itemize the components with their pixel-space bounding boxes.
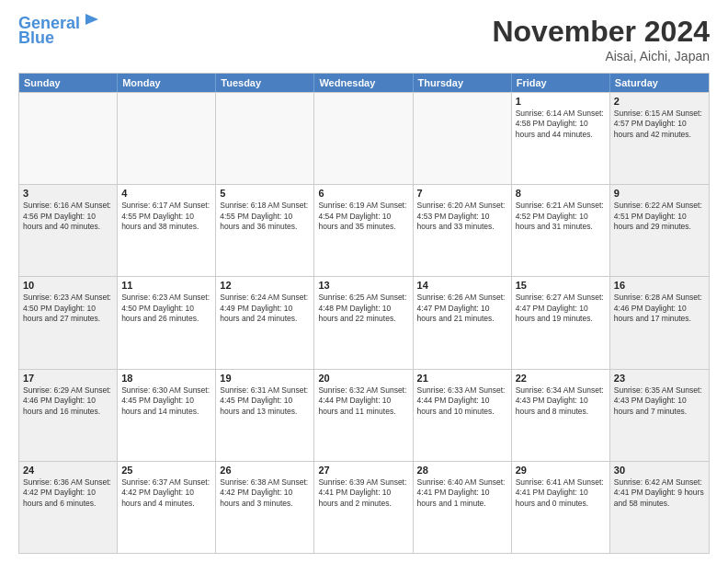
calendar-row: 17Sunrise: 6:29 AM Sunset: 4:46 PM Dayli…	[19, 369, 709, 461]
day-info: Sunrise: 6:17 AM Sunset: 4:55 PM Dayligh…	[121, 201, 211, 232]
day-info: Sunrise: 6:28 AM Sunset: 4:46 PM Dayligh…	[614, 293, 705, 324]
calendar-cell: 28Sunrise: 6:40 AM Sunset: 4:41 PM Dayli…	[414, 462, 512, 553]
day-number: 14	[417, 280, 507, 291]
day-number: 3	[23, 188, 113, 199]
day-number: 13	[318, 280, 408, 291]
day-info: Sunrise: 6:18 AM Sunset: 4:55 PM Dayligh…	[220, 201, 310, 232]
day-number: 10	[23, 280, 113, 291]
month-title: November 2024	[492, 15, 710, 49]
calendar-row: 10Sunrise: 6:23 AM Sunset: 4:50 PM Dayli…	[19, 276, 709, 368]
calendar-cell	[314, 93, 413, 184]
calendar-cell: 10Sunrise: 6:23 AM Sunset: 4:50 PM Dayli…	[19, 277, 118, 368]
calendar-cell: 11Sunrise: 6:23 AM Sunset: 4:50 PM Dayli…	[118, 277, 216, 368]
day-number: 21	[417, 373, 507, 384]
calendar-cell: 15Sunrise: 6:27 AM Sunset: 4:47 PM Dayli…	[512, 277, 610, 368]
calendar-body: 1Sunrise: 6:14 AM Sunset: 4:58 PM Daylig…	[19, 92, 709, 553]
calendar-cell	[118, 93, 216, 184]
day-number: 24	[23, 465, 113, 476]
day-number: 6	[318, 188, 408, 199]
day-info: Sunrise: 6:34 AM Sunset: 4:43 PM Dayligh…	[516, 385, 606, 417]
day-number: 15	[516, 280, 606, 291]
calendar-cell: 27Sunrise: 6:39 AM Sunset: 4:41 PM Dayli…	[314, 462, 413, 553]
location: Aisai, Aichi, Japan	[492, 49, 710, 63]
day-info: Sunrise: 6:21 AM Sunset: 4:52 PM Dayligh…	[516, 201, 606, 232]
weekday-header: Tuesday	[216, 74, 314, 92]
calendar-cell: 26Sunrise: 6:38 AM Sunset: 4:42 PM Dayli…	[216, 462, 314, 553]
day-info: Sunrise: 6:20 AM Sunset: 4:53 PM Dayligh…	[417, 201, 507, 232]
logo-icon	[82, 12, 102, 32]
calendar-cell: 25Sunrise: 6:37 AM Sunset: 4:42 PM Dayli…	[118, 462, 216, 553]
calendar-cell: 21Sunrise: 6:33 AM Sunset: 4:44 PM Dayli…	[414, 370, 512, 461]
calendar-cell: 9Sunrise: 6:22 AM Sunset: 4:51 PM Daylig…	[610, 185, 709, 276]
title-block: November 2024 Aisai, Aichi, Japan	[492, 15, 710, 63]
day-info: Sunrise: 6:15 AM Sunset: 4:57 PM Dayligh…	[614, 109, 705, 140]
day-number: 9	[614, 188, 705, 199]
weekday-header: Friday	[512, 74, 610, 92]
day-info: Sunrise: 6:39 AM Sunset: 4:41 PM Dayligh…	[318, 477, 408, 509]
weekday-header: Saturday	[610, 74, 709, 92]
day-number: 25	[121, 465, 211, 476]
day-number: 29	[516, 465, 606, 476]
calendar-cell: 12Sunrise: 6:24 AM Sunset: 4:49 PM Dayli…	[216, 277, 314, 368]
day-info: Sunrise: 6:36 AM Sunset: 4:42 PM Dayligh…	[23, 477, 113, 509]
calendar-cell: 3Sunrise: 6:16 AM Sunset: 4:56 PM Daylig…	[19, 185, 118, 276]
calendar-cell: 14Sunrise: 6:26 AM Sunset: 4:47 PM Dayli…	[414, 277, 512, 368]
day-info: Sunrise: 6:23 AM Sunset: 4:50 PM Dayligh…	[23, 293, 113, 324]
calendar-cell: 20Sunrise: 6:32 AM Sunset: 4:44 PM Dayli…	[314, 370, 413, 461]
calendar-cell: 6Sunrise: 6:19 AM Sunset: 4:54 PM Daylig…	[314, 185, 413, 276]
calendar-cell: 2Sunrise: 6:15 AM Sunset: 4:57 PM Daylig…	[610, 93, 709, 184]
day-info: Sunrise: 6:14 AM Sunset: 4:58 PM Dayligh…	[516, 109, 606, 140]
calendar-cell: 13Sunrise: 6:25 AM Sunset: 4:48 PM Dayli…	[314, 277, 413, 368]
calendar-row: 1Sunrise: 6:14 AM Sunset: 4:58 PM Daylig…	[19, 92, 709, 184]
day-number: 16	[614, 280, 705, 291]
day-info: Sunrise: 6:33 AM Sunset: 4:44 PM Dayligh…	[417, 385, 507, 417]
day-info: Sunrise: 6:31 AM Sunset: 4:45 PM Dayligh…	[220, 385, 310, 417]
weekday-header: Sunday	[19, 74, 118, 92]
calendar-cell: 18Sunrise: 6:30 AM Sunset: 4:45 PM Dayli…	[118, 370, 216, 461]
header: General Blue November 2024 Aisai, Aichi,…	[18, 15, 710, 63]
calendar-cell: 24Sunrise: 6:36 AM Sunset: 4:42 PM Dayli…	[19, 462, 118, 553]
day-info: Sunrise: 6:22 AM Sunset: 4:51 PM Dayligh…	[614, 201, 705, 232]
calendar: SundayMondayTuesdayWednesdayThursdayFrid…	[18, 73, 710, 554]
day-number: 27	[318, 465, 408, 476]
calendar-cell: 23Sunrise: 6:35 AM Sunset: 4:43 PM Dayli…	[610, 370, 709, 461]
calendar-cell: 19Sunrise: 6:31 AM Sunset: 4:45 PM Dayli…	[216, 370, 314, 461]
day-info: Sunrise: 6:16 AM Sunset: 4:56 PM Dayligh…	[23, 201, 113, 232]
day-number: 19	[220, 373, 310, 384]
weekday-header: Thursday	[414, 74, 512, 92]
day-info: Sunrise: 6:37 AM Sunset: 4:42 PM Dayligh…	[121, 477, 211, 509]
day-number: 1	[516, 96, 606, 107]
day-number: 26	[220, 465, 310, 476]
logo-text2: Blue	[18, 29, 54, 48]
calendar-cell	[216, 93, 314, 184]
day-info: Sunrise: 6:27 AM Sunset: 4:47 PM Dayligh…	[516, 293, 606, 324]
calendar-cell: 16Sunrise: 6:28 AM Sunset: 4:46 PM Dayli…	[610, 277, 709, 368]
day-number: 4	[121, 188, 211, 199]
calendar-cell: 30Sunrise: 6:42 AM Sunset: 4:41 PM Dayli…	[610, 462, 709, 553]
calendar-header: SundayMondayTuesdayWednesdayThursdayFrid…	[19, 74, 709, 92]
page: General Blue November 2024 Aisai, Aichi,…	[0, 0, 728, 563]
day-info: Sunrise: 6:25 AM Sunset: 4:48 PM Dayligh…	[318, 293, 408, 324]
day-number: 17	[23, 373, 113, 384]
day-info: Sunrise: 6:32 AM Sunset: 4:44 PM Dayligh…	[318, 385, 408, 417]
day-info: Sunrise: 6:23 AM Sunset: 4:50 PM Dayligh…	[121, 293, 211, 324]
calendar-row: 3Sunrise: 6:16 AM Sunset: 4:56 PM Daylig…	[19, 184, 709, 276]
calendar-cell	[19, 93, 118, 184]
weekday-header: Monday	[118, 74, 216, 92]
day-number: 7	[417, 188, 507, 199]
day-number: 2	[614, 96, 705, 107]
day-number: 23	[614, 373, 705, 384]
day-number: 11	[121, 280, 211, 291]
svg-marker-0	[85, 14, 98, 25]
day-number: 18	[121, 373, 211, 384]
calendar-cell	[414, 93, 512, 184]
day-info: Sunrise: 6:38 AM Sunset: 4:42 PM Dayligh…	[220, 477, 310, 509]
calendar-cell: 22Sunrise: 6:34 AM Sunset: 4:43 PM Dayli…	[512, 370, 610, 461]
day-info: Sunrise: 6:40 AM Sunset: 4:41 PM Dayligh…	[417, 477, 507, 509]
day-info: Sunrise: 6:42 AM Sunset: 4:41 PM Dayligh…	[614, 477, 705, 509]
calendar-row: 24Sunrise: 6:36 AM Sunset: 4:42 PM Dayli…	[19, 461, 709, 553]
calendar-cell: 8Sunrise: 6:21 AM Sunset: 4:52 PM Daylig…	[512, 185, 610, 276]
calendar-cell: 1Sunrise: 6:14 AM Sunset: 4:58 PM Daylig…	[512, 93, 610, 184]
day-info: Sunrise: 6:35 AM Sunset: 4:43 PM Dayligh…	[614, 385, 705, 417]
calendar-cell: 4Sunrise: 6:17 AM Sunset: 4:55 PM Daylig…	[118, 185, 216, 276]
